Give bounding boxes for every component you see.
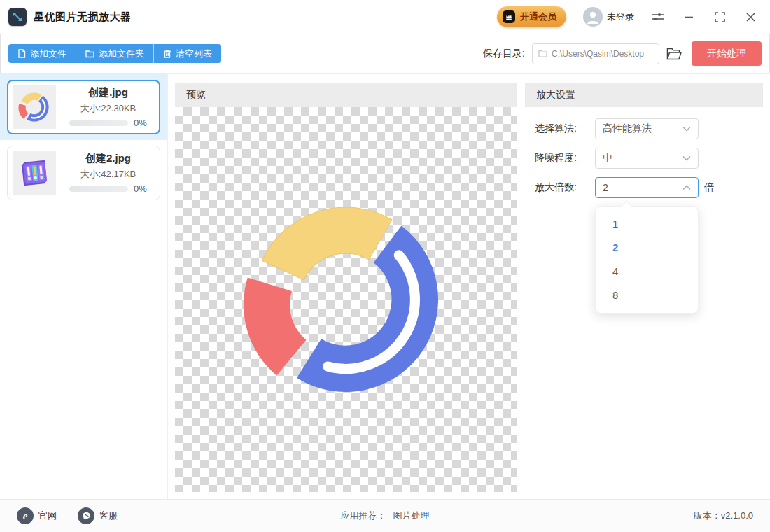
file-name: 创建2.jpg [85, 152, 131, 165]
vip-button[interactable]: 开通会员 [497, 6, 566, 27]
scale-option-4[interactable]: 4 [596, 260, 698, 284]
customer-support-link[interactable]: 客服 [78, 507, 118, 524]
algorithm-select[interactable]: 高性能算法 [595, 118, 699, 139]
start-processing-button[interactable]: 开始处理 [692, 41, 762, 66]
progress-bar [69, 186, 128, 192]
denoise-label: 降噪程度: [535, 152, 595, 164]
file-size: 大小:22.30KB [80, 102, 136, 115]
progress-bar [69, 120, 128, 126]
file-card[interactable]: 创建.jpg 大小:22.30KB 0% [7, 80, 160, 134]
denoise-select[interactable]: 中 [595, 148, 699, 169]
maximize-button[interactable] [713, 10, 727, 24]
official-website-link[interactable]: e 官网 [17, 507, 57, 524]
preview-header: 预览 [175, 83, 517, 107]
website-label: 官网 [38, 510, 57, 522]
settings-header: 放大设置 [525, 83, 763, 107]
algorithm-label: 选择算法: [535, 122, 595, 135]
scale-label: 放大倍数: [535, 181, 595, 194]
denoise-value: 中 [603, 152, 682, 164]
chevron-down-icon [682, 126, 691, 132]
progress-percent: 0% [134, 118, 147, 128]
version-text: 版本：v2.1.0.0 [694, 510, 753, 522]
save-dir-input-wrap [532, 43, 659, 64]
clear-list-button[interactable]: 清空列表 [153, 44, 221, 63]
recommend-label: 应用推荐： [341, 510, 386, 522]
scale-dropdown: 1 2 4 8 [595, 206, 699, 314]
avatar[interactable] [583, 7, 603, 27]
recommend-value[interactable]: 图片处理 [393, 510, 430, 522]
login-status[interactable]: 未登录 [607, 10, 634, 23]
main-content: 创建.jpg 大小:22.30KB 0% [0, 74, 770, 499]
file-list-item[interactable]: 创建.jpg 大小:22.30KB 0% [0, 74, 167, 140]
scale-unit: 倍 [704, 181, 714, 194]
preview-panel: 预览 [175, 83, 517, 492]
scale-select[interactable]: 2 [595, 177, 699, 198]
browse-folder-icon[interactable] [666, 48, 682, 60]
trash-icon [163, 49, 172, 58]
chevron-up-icon [682, 185, 691, 190]
file-thumbnail-donut [13, 85, 56, 129]
website-e-icon: e [17, 507, 34, 524]
footer: e 官网 客服 应用推荐： 图片处理 版本：v2.1.0.0 [0, 499, 770, 532]
scale-option-1[interactable]: 1 [596, 212, 698, 236]
save-dir-input[interactable] [552, 49, 653, 59]
file-size: 大小:42.17KB [80, 168, 136, 181]
folder-small-icon [538, 50, 547, 57]
scale-value: 2 [603, 182, 682, 193]
file-card[interactable]: 创建2.jpg 大小:42.17KB 0% [7, 146, 160, 200]
titlebar: 星优图片无损放大器 开通会员 未登录 [0, 0, 770, 34]
preview-canvas [175, 107, 517, 492]
app-recommend: 应用推荐： 图片处理 [341, 510, 430, 522]
crown-icon [503, 10, 515, 23]
app-title: 星优图片无损放大器 [34, 10, 132, 24]
folder-icon [85, 50, 94, 58]
file-icon [18, 49, 26, 58]
chat-bubble-icon [78, 507, 94, 524]
scale-option-8[interactable]: 8 [596, 284, 698, 307]
file-list-item[interactable]: 创建2.jpg 大小:42.17KB 0% [0, 140, 167, 206]
toolbar: 添加文件 添加文件夹 清空列表 保存目录: [0, 34, 770, 74]
add-folder-button[interactable]: 添加文件夹 [76, 44, 153, 63]
file-list-panel: 创建.jpg 大小:22.30KB 0% [0, 74, 168, 499]
clear-list-label: 清空列表 [176, 48, 212, 60]
support-label: 客服 [99, 510, 118, 522]
settings-panel: 放大设置 选择算法: 高性能算法 降噪程度: 中 [525, 83, 763, 492]
file-thumbnail-books [13, 151, 56, 195]
file-actions-group: 添加文件 添加文件夹 清空列表 [8, 44, 221, 63]
file-name: 创建.jpg [88, 86, 128, 99]
app-window: 星优图片无损放大器 开通会员 未登录 [0, 0, 770, 532]
progress-percent: 0% [134, 183, 147, 194]
scale-option-2[interactable]: 2 [596, 236, 698, 260]
add-file-button[interactable]: 添加文件 [8, 44, 76, 63]
dropdown-caret [621, 201, 633, 213]
algorithm-value: 高性能算法 [603, 122, 682, 135]
add-folder-label: 添加文件夹 [99, 48, 144, 60]
settings-sliders-icon[interactable] [651, 10, 665, 24]
minimize-button[interactable] [682, 10, 696, 24]
add-file-label: 添加文件 [30, 48, 66, 60]
vip-button-label: 开通会员 [520, 10, 556, 23]
close-button[interactable] [743, 10, 757, 24]
save-dir-label: 保存目录: [483, 48, 525, 60]
chevron-down-icon [682, 155, 691, 161]
preview-image-donut-chart [230, 175, 461, 424]
app-logo-icon [8, 8, 27, 26]
